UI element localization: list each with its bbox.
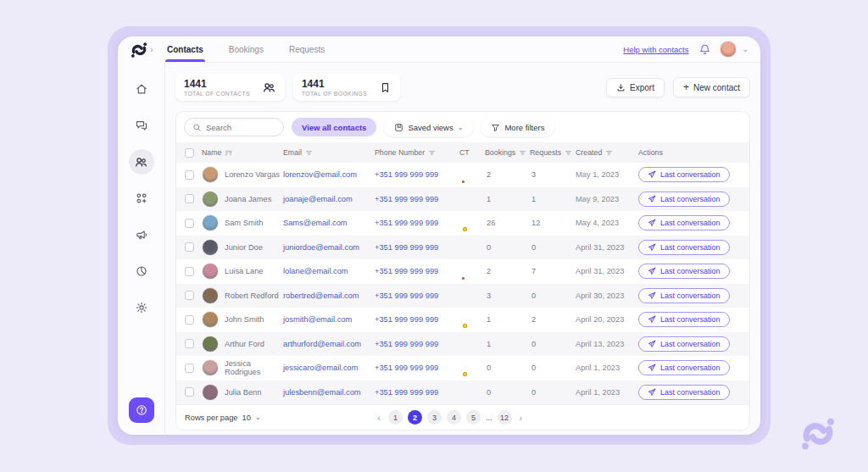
contact-email[interactable]: robertred@email.com <box>283 292 375 300</box>
contact-email[interactable]: Sams@email.com <box>283 219 375 227</box>
contact-phone[interactable]: +351 999 999 999 <box>375 292 459 300</box>
column-header-actions[interactable]: Actions <box>638 148 749 157</box>
page-button-4[interactable]: 4 <box>447 410 461 425</box>
contact-phone[interactable]: +351 999 999 999 <box>375 364 459 372</box>
table-row[interactable]: Jessica Rodrigues jessicaro@email.com +3… <box>176 356 749 380</box>
last-conversation-button[interactable]: Last conversation <box>638 312 730 327</box>
last-conversation-button[interactable]: Last conversation <box>638 240 730 255</box>
help-button[interactable] <box>129 397 154 423</box>
column-header-created[interactable]: Created <box>576 148 638 157</box>
column-header-bookings[interactable]: Bookings <box>485 148 530 157</box>
view-all-contacts-pill[interactable]: View all contacts <box>292 118 376 136</box>
filter-icon[interactable] <box>565 149 572 157</box>
tab-contacts[interactable]: Contacts <box>165 36 205 62</box>
row-checkbox[interactable] <box>185 242 194 252</box>
contact-email[interactable]: julesbenn@email.com <box>283 388 375 397</box>
table-row[interactable]: Lorenzo Vargas lorenzov@email.com +351 9… <box>176 163 749 187</box>
filter-icon[interactable] <box>605 149 613 157</box>
row-checkbox[interactable] <box>185 219 194 228</box>
export-button[interactable]: Export <box>606 78 665 97</box>
contact-email[interactable]: joanaje@email.com <box>283 195 375 203</box>
new-contact-button[interactable]: + New contact <box>673 77 750 97</box>
page-button-2[interactable]: 2 <box>408 410 422 425</box>
last-conversation-button[interactable]: Last conversation <box>638 385 730 400</box>
table-row[interactable]: Luisa Lane lolane@email.com +351 999 999… <box>176 259 749 284</box>
search-field[interactable] <box>206 123 274 132</box>
search-input[interactable] <box>184 118 284 136</box>
row-checkbox[interactable] <box>185 291 194 300</box>
help-with-contacts-link[interactable]: Help with contacts <box>623 45 688 54</box>
contact-email[interactable]: josmith@email.com <box>283 315 375 324</box>
rows-per-page[interactable]: Rows per page 10 ⌄ <box>185 414 261 422</box>
page-button-1[interactable]: 1 <box>388 410 403 425</box>
table-row[interactable]: Joana James joanaje@email.com +351 999 9… <box>176 187 749 212</box>
next-page-chevron-right-icon[interactable]: › <box>517 413 526 423</box>
last-conversation-button[interactable]: Last conversation <box>638 288 730 303</box>
sidebar-item-groups[interactable] <box>129 186 154 211</box>
sort-icon[interactable] <box>225 149 232 157</box>
contact-email[interactable]: lorenzov@email.com <box>283 170 375 179</box>
row-checkbox[interactable] <box>185 387 194 397</box>
sidebar-item-settings[interactable] <box>129 295 154 320</box>
sidebar-item-conversations[interactable] <box>129 113 154 138</box>
contact-phone[interactable]: +351 999 999 999 <box>375 340 459 348</box>
last-conversation-button[interactable]: Last conversation <box>638 192 730 207</box>
page-button-5[interactable]: 5 <box>466 410 481 425</box>
sidebar-item-reports[interactable] <box>129 258 154 284</box>
contact-phone[interactable]: +351 999 999 999 <box>375 219 459 227</box>
row-checkbox[interactable] <box>185 170 194 180</box>
contact-phone[interactable]: +351 999 999 999 <box>375 243 459 252</box>
column-header-ct[interactable]: CT <box>459 148 485 157</box>
table-row[interactable]: John Smith josmith@email.com +351 999 99… <box>176 308 749 332</box>
column-header-phone-number[interactable]: Phone Number <box>375 148 459 157</box>
contact-phone[interactable]: +351 999 999 999 <box>375 195 459 203</box>
contact-phone[interactable]: +351 999 999 999 <box>375 315 459 324</box>
filter-icon[interactable] <box>519 149 526 157</box>
row-checkbox[interactable] <box>185 315 194 325</box>
sidebar-item-contacts[interactable] <box>129 149 154 175</box>
table-row[interactable]: Arthur Ford arthurford@email.com +351 99… <box>176 332 749 357</box>
table-row[interactable]: Sam Smith Sams@email.com +351 999 999 99… <box>176 211 749 236</box>
column-header-name[interactable]: Name <box>202 148 283 157</box>
sidebar-item-campaigns[interactable] <box>129 222 154 247</box>
tab-bookings[interactable]: Bookings <box>227 36 265 62</box>
sidebar-item-home[interactable] <box>129 76 154 102</box>
contact-phone[interactable]: +351 999 999 999 <box>375 170 459 179</box>
filter-icon[interactable] <box>428 149 436 157</box>
user-menu-chevron-down-icon[interactable]: ⌄ <box>742 45 748 53</box>
row-checkbox[interactable] <box>185 339 194 348</box>
avatar <box>202 384 219 401</box>
table-row[interactable]: Julia Benn julesbenn@email.com +351 999 … <box>176 380 749 405</box>
row-checkbox[interactable] <box>185 194 194 203</box>
tab-requests[interactable]: Requests <box>287 36 326 62</box>
contact-email[interactable]: lolane@email.com <box>283 267 375 275</box>
chevron-down-icon[interactable]: ⌄ <box>255 414 261 421</box>
last-conversation-button[interactable]: Last conversation <box>638 264 730 279</box>
page-button-12[interactable]: 12 <box>498 410 512 425</box>
contact-email[interactable]: jessicaro@email.com <box>283 364 375 372</box>
last-conversation-button[interactable]: Last conversation <box>638 167 730 182</box>
column-header-requests[interactable]: Requests <box>530 148 576 157</box>
column-header-email[interactable]: Email <box>283 148 375 157</box>
last-conversation-button[interactable]: Last conversation <box>638 336 730 352</box>
bell-icon[interactable] <box>698 43 711 56</box>
contact-email[interactable]: arthurford@email.com <box>283 340 375 348</box>
page-button-3[interactable]: 3 <box>427 410 442 425</box>
contact-phone[interactable]: +351 999 999 999 <box>375 388 459 397</box>
logo[interactable]: › <box>118 36 165 63</box>
sidebar-expand-chevron-icon[interactable]: › <box>150 46 153 54</box>
row-checkbox[interactable] <box>185 364 194 373</box>
filter-icon[interactable] <box>305 149 313 157</box>
user-avatar[interactable] <box>720 41 737 58</box>
previous-page-chevron-left-icon[interactable]: ‹ <box>375 413 383 423</box>
row-checkbox[interactable] <box>185 267 194 276</box>
table-row[interactable]: Robert Redford robertred@email.com +351 … <box>176 284 749 308</box>
table-row[interactable]: Junior Doe juniordoe@email.com +351 999 … <box>176 236 749 260</box>
select-all-checkbox[interactable] <box>185 148 194 158</box>
more-filters-button[interactable]: More filters <box>481 118 554 136</box>
contact-phone[interactable]: +351 999 999 999 <box>375 267 459 275</box>
contact-email[interactable]: juniordoe@email.com <box>283 243 375 252</box>
saved-views-button[interactable]: Saved views ⌄ <box>384 118 473 136</box>
last-conversation-button[interactable]: Last conversation <box>638 360 730 375</box>
last-conversation-button[interactable]: Last conversation <box>638 215 730 230</box>
